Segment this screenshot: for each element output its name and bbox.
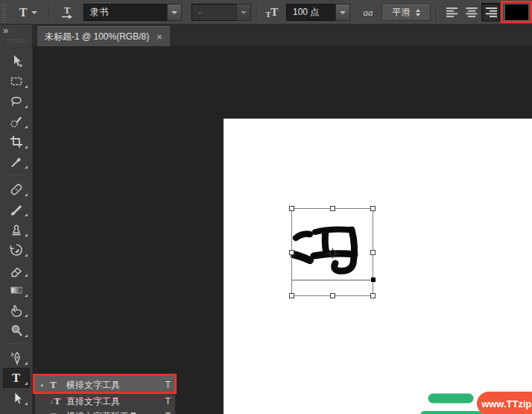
tool-spot-healing-brush[interactable] [3,179,30,199]
font-family-value: 隶书 [83,4,167,21]
orientation-arrow-icon [61,14,73,19]
menu-item-shortcut: T [160,380,171,390]
tools-panel-header: » [0,25,33,46]
handle-bottom-left[interactable] [289,293,294,298]
chevron-down-icon [31,11,37,14]
separator [49,3,51,22]
photoshop-window: 冯 [0,0,532,414]
align-center-button[interactable] [462,3,481,22]
font-family-select[interactable]: 隶书 [83,4,182,21]
menu-item-shortcut: T [160,396,171,407]
menu-item-vertical-type[interactable]: ↓T 直排文字工具 T [35,394,175,409]
tool-history-brush[interactable] [3,239,30,260]
tool-smudge[interactable] [3,300,30,320]
tools-separator [6,343,27,344]
tools-separator [6,175,27,175]
separator [257,3,259,22]
tool-horizontal-type[interactable]: T [3,368,30,388]
tool-lasso[interactable] [3,91,30,111]
tool-rectangular-marquee[interactable] [3,71,30,91]
tool-pen[interactable] [3,348,30,368]
font-style-value: - [191,4,236,21]
tool-options-bar: T T 隶书 - TT 100 点 aa 平滑 [0,0,532,25]
align-left-icon [446,7,459,18]
font-size-value: 100 点 [286,4,335,21]
text-baseline [292,280,374,280]
menu-item-horizontal-type[interactable]: ▪ T 横排文字工具 T [35,376,175,394]
separator [436,3,437,22]
watermark-url-pill: www.TTzip.com [477,392,532,414]
font-style-select: - [191,4,251,21]
font-size-select[interactable]: 100 点 [286,4,350,21]
handle-top-left[interactable] [289,206,294,211]
baseline-handle[interactable] [371,277,376,282]
ttzip-watermark: www.TTzip.com 天下载 [421,389,532,414]
chevron-down-icon [340,11,346,14]
tool-move[interactable] [3,51,30,71]
document-canvas[interactable]: 冯 [224,119,532,414]
font-style-dropdown-button [236,4,251,21]
font-size-dropdown-button[interactable] [335,4,350,21]
watermark-tian-logo [421,389,484,414]
watermark-url: www.TTzip.com [481,398,532,410]
vertical-type-icon: ↓T [50,395,66,407]
tool-quick-selection[interactable] [3,111,30,131]
text-color-swatch[interactable] [504,4,529,21]
handle-bottom-center[interactable] [330,293,335,298]
align-center-icon [465,7,478,18]
tool-clone-stamp[interactable] [3,219,30,239]
handle-top-right[interactable] [370,206,376,211]
tool-brush[interactable] [3,199,30,219]
menu-item-label: 直排文字工具 [66,395,160,408]
large-t-glyph: T [270,6,278,19]
tool-eyedropper[interactable] [3,151,30,172]
pasteboard: 冯 [33,46,532,414]
document-tab[interactable]: 未标题-1 @ 100%(RGB/8) × [37,26,170,46]
document-tab-title: 未标题-1 @ 100%(RGB/8) [45,31,149,43]
tool-crop[interactable] [3,131,30,151]
collapse-panel-icon[interactable]: » [3,25,7,36]
align-right-icon [484,7,498,18]
handle-top-center[interactable] [330,206,335,211]
text-alignment-group [443,3,500,22]
tool-preset-picker[interactable]: T [10,3,46,22]
handle-middle-right[interactable] [370,250,376,255]
options-bar-gripper[interactable] [2,2,6,22]
handle-bottom-right[interactable] [370,293,376,298]
menu-item-shortcut: T [160,411,171,414]
type-tool-letter: T [12,371,20,385]
menu-item-label: 横排文字蒙版工具 [66,410,160,414]
horizontal-type-icon: T [50,379,66,391]
chevron-down-icon [241,11,247,14]
menu-item-label: 横排文字工具 [66,379,160,392]
updown-arrows-icon [416,9,420,16]
tool-direct-selection[interactable] [3,388,30,408]
tool-dodge[interactable] [3,320,30,340]
align-right-button[interactable] [481,3,500,22]
tool-eraser[interactable] [3,260,30,280]
anti-alias-icon: aa [358,3,378,22]
tools-panel: T [0,46,33,414]
reference-point-icon [327,248,338,262]
menu-item-horizontal-type-mask[interactable]: T 横排文字蒙版工具 T [35,409,175,414]
align-left-button[interactable] [443,3,461,22]
horizontal-type-mask-icon: T [50,410,66,414]
type-tool-flyout-menu: ▪ T 横排文字工具 T ↓T 直排文字工具 T T 横排文字蒙版工具 T [34,375,176,414]
anti-alias-value: 平滑 [393,6,411,19]
close-tab-icon[interactable]: × [156,32,162,42]
toggle-text-orientation-button[interactable]: T [55,3,79,22]
tool-gradient[interactable] [3,280,30,300]
selected-bullet-icon: ▪ [41,382,50,389]
document-tab-bar: » 未标题-1 @ 100%(RGB/8) × [0,25,532,46]
chevron-down-icon [171,11,177,14]
handle-middle-left[interactable] [289,250,294,255]
type-tool-icon: T [19,6,28,19]
orientation-letter-icon: T [64,6,71,14]
anti-alias-select[interactable]: 平滑 [381,4,431,21]
font-size-icon: TT [261,3,283,22]
small-t-glyph: T [266,10,271,19]
panel-gripper-dots[interactable] [7,40,26,43]
font-family-dropdown-button[interactable] [167,4,182,21]
